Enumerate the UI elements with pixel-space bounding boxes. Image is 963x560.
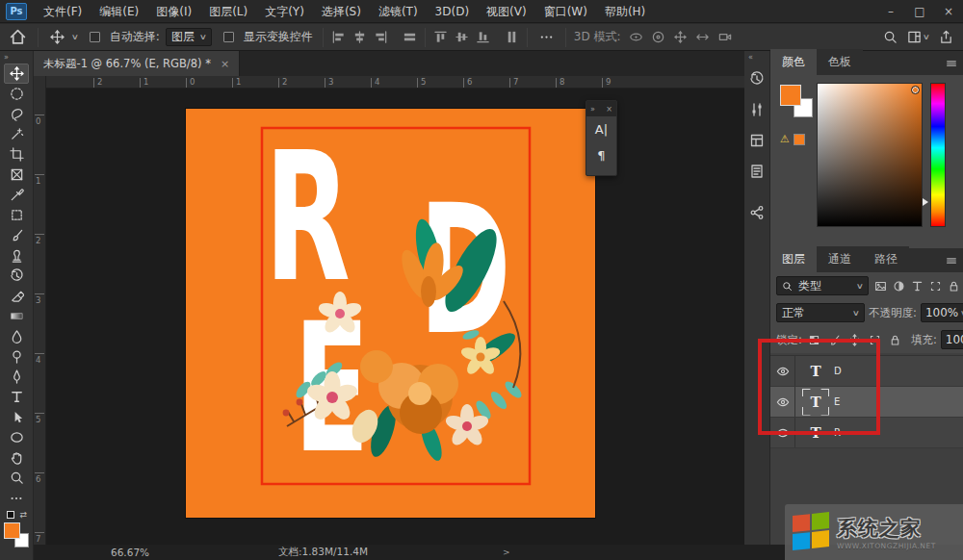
tab-layers[interactable]: 图层 [770,246,817,272]
layer-name[interactable]: E [834,396,840,407]
blur-tool[interactable] [4,326,29,346]
menu-type[interactable]: 文字(Y) [256,0,313,23]
lock-transparency-icon[interactable] [808,334,820,346]
share-panel-icon[interactable] [745,200,768,225]
layer-name[interactable]: D [834,366,842,376]
pen-tool[interactable] [4,367,29,387]
crop-tool[interactable] [4,144,29,165]
gamut-color-swatch[interactable] [794,134,805,145]
filter-smart-objects-icon[interactable] [948,280,960,293]
tab-channels[interactable]: 通道 [817,246,863,272]
align-top-icon[interactable] [433,30,448,44]
distribute-h-icon[interactable] [403,30,417,44]
menu-image[interactable]: 图像(I) [147,0,200,23]
menu-3d[interactable]: 3D(D) [427,0,478,23]
chevron-down-icon[interactable]: ∨ [923,33,930,41]
tab-color[interactable]: 颜色 [770,49,817,75]
filter-type-layers-icon[interactable] [911,280,924,293]
zoom-tool[interactable] [4,468,29,488]
filter-adjustment-layers-icon[interactable] [893,280,905,293]
panel-menu-icon[interactable] [945,254,958,267]
document-tab[interactable]: 未标题-1 @ 66.7% (E, RGB/8) * × [34,51,240,76]
gradient-tool[interactable] [4,306,29,326]
move-tool-icon[interactable] [46,28,68,46]
3d-roll-icon[interactable] [651,30,665,44]
share-image-icon[interactable] [939,30,953,44]
3d-camera-icon[interactable] [717,30,733,44]
type-layer-thumbnail[interactable]: T [805,361,826,382]
eraser-tool[interactable] [4,286,29,306]
libraries-panel-icon[interactable] [745,128,768,153]
align-bottom-icon[interactable] [476,30,490,44]
eyedropper-tool[interactable] [4,185,29,205]
align-vcenter-icon[interactable] [455,30,469,44]
foreground-color-swatch[interactable] [4,522,20,539]
properties-panel-icon[interactable] [745,159,768,184]
menu-view[interactable]: 视图(V) [478,0,535,23]
lock-artboard-icon[interactable] [869,334,881,346]
layer-name[interactable]: R [834,427,841,438]
panel-close-icon[interactable]: × [606,105,612,114]
align-right-icon[interactable] [374,30,388,44]
foreground-background-swatch[interactable] [4,522,29,547]
zoom-level-field[interactable]: 66.67% [34,547,163,558]
hue-slider[interactable] [930,83,946,227]
more-options-icon[interactable] [535,28,558,46]
close-button[interactable]: × [934,0,963,22]
menu-select[interactable]: 选择(S) [313,0,370,23]
layer-row-d[interactable]: T D [770,356,963,387]
maximize-button[interactable]: □ [905,0,934,22]
chevron-down-icon[interactable]: ∨ [71,33,79,41]
lock-all-icon[interactable] [889,334,901,346]
saturation-field[interactable] [817,83,923,227]
layer-row-e-selected[interactable]: T E [770,387,963,418]
home-icon[interactable] [6,27,30,47]
path-selection-tool[interactable] [4,407,29,427]
minimize-button[interactable]: – [876,0,905,22]
hand-tool[interactable] [4,447,29,468]
panel-menu-icon[interactable] [945,57,958,70]
toolbar-expand-icon[interactable]: » [0,51,12,64]
tab-close-icon[interactable]: × [221,58,229,70]
fill-dropdown[interactable]: 100% ∨ [941,330,963,349]
frame-tool[interactable] [4,165,29,185]
move-tool[interactable] [4,64,29,84]
align-hcenter-icon[interactable] [352,30,367,44]
menu-help[interactable]: 帮助(H) [596,0,654,23]
auto-select-checkbox[interactable] [90,32,100,42]
history-panel-icon[interactable] [745,66,768,91]
hue-slider-marker[interactable] [923,198,928,206]
menu-edit[interactable]: 编辑(E) [91,0,147,23]
menu-filter[interactable]: 滤镜(T) [370,0,427,23]
color-fg-bg-swatches[interactable] [780,85,813,117]
type-layer-thumbnail[interactable]: T [805,392,826,413]
shape-tool[interactable] [4,427,29,447]
clone-stamp-tool[interactable] [4,245,29,266]
lock-position-icon[interactable] [848,334,861,346]
menu-window[interactable]: 窗口(W) [535,0,596,23]
filter-shape-layers-icon[interactable] [929,280,942,293]
tab-swatches[interactable]: 色板 [817,49,863,75]
visibility-eye-icon[interactable] [770,356,795,386]
default-colors-icon[interactable]: ⇄ [6,510,27,522]
filter-pixel-layers-icon[interactable] [874,280,887,293]
3d-pan-icon[interactable] [673,30,688,44]
show-transform-checkbox[interactable] [223,32,234,42]
lasso-tool[interactable] [4,104,29,124]
visibility-eye-icon[interactable] [770,418,795,447]
history-brush-tool[interactable] [4,266,29,286]
auto-select-dropdown[interactable]: 图层 ∨ [166,28,212,46]
character-panel-icon[interactable]: A| [586,116,616,142]
menu-layer[interactable]: 图层(L) [200,0,256,23]
gamut-warning-icon[interactable]: ⚠ [780,133,790,145]
canvas[interactable]: R D E [186,109,595,518]
color-picker-ring[interactable] [911,86,920,94]
menu-file[interactable]: 文件(F) [35,0,91,23]
tab-paths[interactable]: 路径 [863,246,909,272]
dock-collapse-icon[interactable]: « [744,51,756,64]
workspace-icon[interactable] [907,30,922,44]
lock-pixels-icon[interactable] [828,334,841,346]
3d-orbit-icon[interactable] [629,30,643,44]
visibility-eye-icon[interactable] [770,387,795,417]
foreground-color-swatch[interactable] [780,85,801,106]
